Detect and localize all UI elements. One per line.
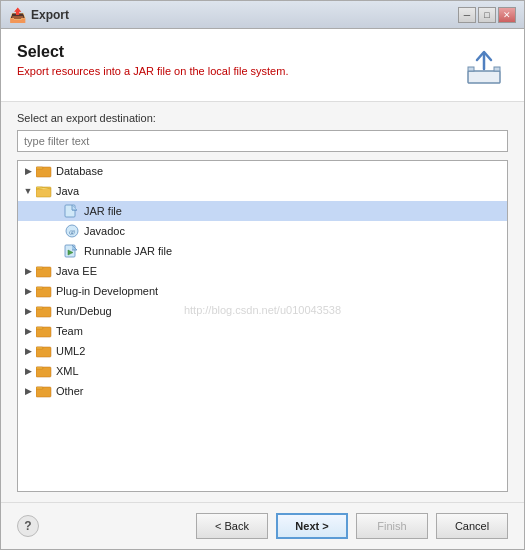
dialog-header: Select Export resources into a JAR file … xyxy=(1,29,524,102)
section-label: Select an export destination: xyxy=(17,112,508,124)
tree-item[interactable]: ▶ Runnable JAR file xyxy=(18,241,507,261)
folder-icon-java xyxy=(36,184,52,198)
svg-rect-1 xyxy=(468,67,474,71)
back-button[interactable]: < Back xyxy=(196,513,268,539)
dialog-footer: ? < Back Next > Finish Cancel xyxy=(1,502,524,549)
expand-arrow-java[interactable]: ▼ xyxy=(22,185,34,197)
tree-item-label: Java EE xyxy=(56,265,97,277)
folder-icon xyxy=(36,304,52,318)
tree-item-jar[interactable]: ▶ JAR file xyxy=(18,201,507,221)
tree-item-label: Run/Debug xyxy=(56,305,112,317)
folder-icon xyxy=(36,324,52,338)
svg-rect-0 xyxy=(468,71,500,83)
expand-arrow[interactable]: ▶ xyxy=(22,265,34,277)
jar-icon xyxy=(64,204,80,218)
svg-text:@: @ xyxy=(69,228,76,236)
export-dialog: 📤 Export ─ □ ✕ Select Export resources i… xyxy=(0,0,525,550)
header-content: Select Export resources into a JAR file … xyxy=(17,43,460,77)
title-bar: 📤 Export ─ □ ✕ xyxy=(1,1,524,29)
folder-icon xyxy=(36,284,52,298)
javadoc-icon: @ xyxy=(64,224,80,238)
expand-arrow[interactable]: ▶ xyxy=(22,305,34,317)
tree-item[interactable]: ▶ Team xyxy=(18,321,507,341)
help-button[interactable]: ? xyxy=(17,515,39,537)
runjar-icon xyxy=(64,244,80,258)
filter-input[interactable] xyxy=(17,130,508,152)
tree-item[interactable]: ▶ @ Javadoc xyxy=(18,221,507,241)
expand-arrow[interactable]: ▶ xyxy=(22,385,34,397)
tree-item-label: UML2 xyxy=(56,345,85,357)
expand-arrow[interactable]: ▶ xyxy=(22,325,34,337)
maximize-button[interactable]: □ xyxy=(478,7,496,23)
tree-item[interactable]: ▼ Java xyxy=(18,181,507,201)
expand-arrow[interactable]: ▶ xyxy=(22,285,34,297)
export-icon xyxy=(460,43,508,91)
tree-item[interactable]: ▶ Other xyxy=(18,381,507,401)
tree-item[interactable]: ▶ Java EE xyxy=(18,261,507,281)
tree-item[interactable]: ▶ XML xyxy=(18,361,507,381)
expand-arrow[interactable]: ▶ xyxy=(22,345,34,357)
minimize-button[interactable]: ─ xyxy=(458,7,476,23)
tree-container[interactable]: ▶ Database ▼ Java ▶ xyxy=(17,160,508,492)
tree-item-label: Javadoc xyxy=(84,225,125,237)
tree-item-label: Runnable JAR file xyxy=(84,245,172,257)
folder-icon xyxy=(36,384,52,398)
help-label: ? xyxy=(24,519,31,533)
tree-item[interactable]: ▶ UML2 xyxy=(18,341,507,361)
expand-arrow[interactable]: ▶ xyxy=(22,365,34,377)
tree-item-label: Plug-in Development xyxy=(56,285,158,297)
tree-item[interactable]: ▶ Plug-in Development xyxy=(18,281,507,301)
dialog-title: Select xyxy=(17,43,460,61)
cancel-button[interactable]: Cancel xyxy=(436,513,508,539)
folder-icon xyxy=(36,344,52,358)
tree-item-label: Database xyxy=(56,165,103,177)
folder-icon-database xyxy=(36,164,52,178)
tree-item-label: XML xyxy=(56,365,79,377)
footer-buttons: < Back Next > Finish Cancel xyxy=(196,513,508,539)
svg-rect-24 xyxy=(36,367,43,369)
finish-button[interactable]: Finish xyxy=(356,513,428,539)
window-title: Export xyxy=(31,8,458,22)
tree-item-label: JAR file xyxy=(84,205,122,217)
svg-rect-16 xyxy=(36,287,43,289)
svg-rect-20 xyxy=(36,327,43,329)
svg-rect-26 xyxy=(36,387,43,389)
folder-icon xyxy=(36,264,52,278)
dialog-content: Select an export destination: ▶ Database… xyxy=(1,102,524,502)
tree-item[interactable]: ▶ Run/Debug xyxy=(18,301,507,321)
title-bar-buttons: ─ □ ✕ xyxy=(458,7,516,23)
window-icon: 📤 xyxy=(9,7,25,23)
next-button[interactable]: Next > xyxy=(276,513,348,539)
svg-rect-14 xyxy=(36,267,43,269)
tree-item-label: Other xyxy=(56,385,84,397)
close-button[interactable]: ✕ xyxy=(498,7,516,23)
svg-rect-18 xyxy=(36,307,43,309)
svg-rect-2 xyxy=(494,67,500,71)
tree-item[interactable]: ▶ Database xyxy=(18,161,507,181)
tree-item-label: Java xyxy=(56,185,79,197)
svg-rect-5 xyxy=(36,167,43,169)
folder-icon xyxy=(36,364,52,378)
dialog-subtitle: Export resources into a JAR file on the … xyxy=(17,65,460,77)
expand-arrow-database[interactable]: ▶ xyxy=(22,165,34,177)
tree-item-label: Team xyxy=(56,325,83,337)
svg-rect-22 xyxy=(36,347,43,349)
